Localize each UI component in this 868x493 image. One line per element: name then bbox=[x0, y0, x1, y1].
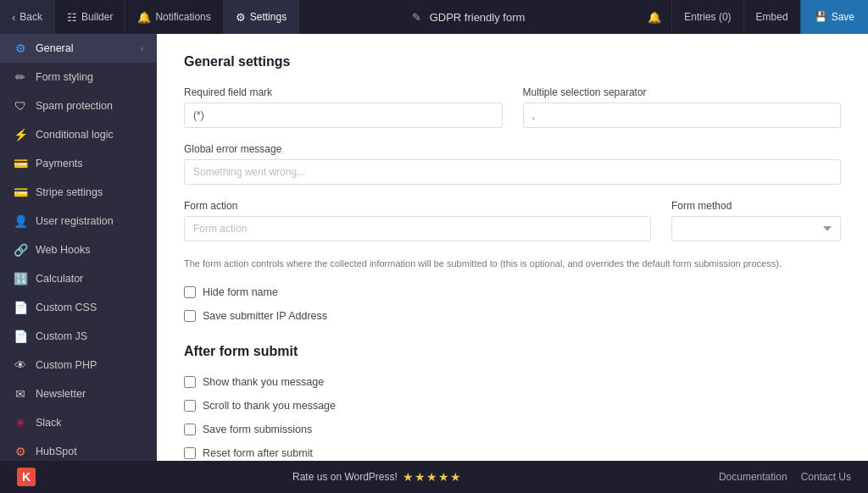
sidebar-item-custom-js[interactable]: 📄 Custom JS bbox=[0, 322, 157, 351]
entries-label: Entries (0) bbox=[684, 11, 731, 23]
global-error-message-input[interactable] bbox=[184, 159, 841, 185]
css-icon: 📄 bbox=[14, 301, 27, 314]
notification-bell-icon[interactable]: 🔔 bbox=[637, 11, 671, 24]
sidebar-item-hubspot[interactable]: ⚙ HubSpot bbox=[0, 437, 157, 461]
star-rating[interactable]: ★★★★★ bbox=[403, 470, 462, 484]
sidebar-label-web-hooks: Web Hooks bbox=[36, 244, 143, 256]
scroll-thankyou-checkbox[interactable] bbox=[184, 400, 196, 412]
php-icon: 👁 bbox=[14, 358, 27, 372]
calculator-icon: 🔢 bbox=[14, 272, 27, 285]
general-settings-title: General settings bbox=[184, 54, 841, 69]
field-row-1: Required field mark Multiple selection s… bbox=[184, 86, 841, 128]
hubspot-icon: ⚙ bbox=[14, 445, 27, 458]
sidebar-item-form-styling[interactable]: ✏ Form styling bbox=[0, 63, 157, 91]
bottom-bar: K Rate us on WordPress! ★★★★★ Documentat… bbox=[0, 461, 868, 493]
sidebar-label-general: General bbox=[36, 42, 132, 54]
sidebar-label-conditional-logic: Conditional logic bbox=[36, 129, 143, 141]
contact-us-link[interactable]: Contact Us bbox=[801, 471, 851, 483]
conditional-logic-icon: ⚡ bbox=[14, 128, 27, 141]
sidebar-item-custom-css[interactable]: 📄 Custom CSS bbox=[0, 293, 157, 322]
sidebar-label-hubspot: HubSpot bbox=[36, 446, 143, 457]
sidebar-item-custom-php[interactable]: 👁 Custom PHP bbox=[0, 351, 157, 379]
sidebar-item-spam-protection[interactable]: 🛡 Spam protection bbox=[0, 91, 157, 120]
back-icon: ‹ bbox=[12, 11, 15, 24]
global-error-message-group: Global error message bbox=[184, 143, 841, 185]
entries-button[interactable]: Entries (0) bbox=[671, 0, 743, 34]
required-field-mark-label: Required field mark bbox=[184, 86, 503, 98]
top-bar-right: 🔔 Entries (0) Embed 💾 Save bbox=[637, 0, 868, 34]
required-field-mark-group: Required field mark bbox=[184, 86, 503, 128]
multiple-selection-separator-group: Multiple selection separator bbox=[523, 86, 842, 128]
sidebar-item-conditional-logic[interactable]: ⚡ Conditional logic bbox=[0, 120, 157, 149]
slack-icon: ✳ bbox=[14, 416, 27, 429]
scroll-thankyou-group: Scroll to thank you message bbox=[184, 400, 841, 412]
bell-icon: 🔔 bbox=[137, 11, 151, 24]
user-icon: 👤 bbox=[14, 214, 27, 228]
top-bar: ‹ Back ☷ Builder 🔔 Notifications ⚙ Setti… bbox=[0, 0, 868, 34]
save-form-submissions-checkbox[interactable] bbox=[184, 424, 196, 435]
spam-protection-icon: 🛡 bbox=[14, 99, 27, 113]
content-area: General settings Required field mark Mul… bbox=[157, 34, 868, 461]
sidebar-item-stripe-settings[interactable]: 💳 Stripe settings bbox=[0, 178, 157, 207]
sidebar-label-form-styling: Form styling bbox=[36, 71, 143, 83]
form-action-input[interactable] bbox=[184, 216, 651, 241]
hide-form-name-checkbox[interactable] bbox=[184, 286, 196, 298]
sidebar-item-payments[interactable]: 💳 Payments bbox=[0, 149, 157, 178]
save-form-submissions-label[interactable]: Save form submissions bbox=[203, 424, 312, 435]
notifications-button[interactable]: 🔔 Notifications bbox=[125, 0, 223, 34]
save-label: Save bbox=[832, 11, 854, 23]
newsletter-icon: ✉ bbox=[14, 387, 27, 401]
chevron-right-icon: › bbox=[141, 44, 143, 53]
back-button[interactable]: ‹ Back bbox=[0, 0, 55, 34]
show-thankyou-label[interactable]: Show thank you message bbox=[203, 376, 324, 388]
save-submitter-ip-checkbox[interactable] bbox=[184, 310, 196, 322]
documentation-link[interactable]: Documentation bbox=[719, 471, 787, 483]
reset-form-group: Reset form after submit bbox=[184, 447, 841, 459]
sidebar-label-stripe: Stripe settings bbox=[36, 186, 143, 198]
show-thankyou-checkbox[interactable] bbox=[184, 376, 196, 388]
field-row-2: Global error message bbox=[184, 143, 841, 185]
sidebar-label-payments: Payments bbox=[36, 158, 143, 169]
sidebar-item-user-registration[interactable]: 👤 User registration bbox=[0, 207, 157, 235]
sidebar-item-general[interactable]: ⚙ General › bbox=[0, 34, 157, 63]
reset-form-label[interactable]: Reset form after submit bbox=[203, 447, 313, 459]
global-error-message-label: Global error message bbox=[184, 143, 841, 155]
multiple-selection-separator-label: Multiple selection separator bbox=[523, 86, 842, 98]
sidebar-item-web-hooks[interactable]: 🔗 Web Hooks bbox=[0, 235, 157, 264]
sidebar-label-custom-css: Custom CSS bbox=[36, 302, 143, 313]
sidebar-label-spam-protection: Spam protection bbox=[36, 100, 143, 112]
form-method-group: Form method GET POST bbox=[671, 200, 841, 241]
form-action-label: Form action bbox=[184, 200, 651, 212]
notifications-label: Notifications bbox=[155, 11, 210, 23]
settings-button[interactable]: ⚙ Settings bbox=[224, 0, 299, 34]
form-action-group: Form action bbox=[184, 200, 651, 241]
sidebar-label-custom-php: Custom PHP bbox=[36, 359, 143, 371]
save-icon: 💾 bbox=[815, 11, 827, 23]
sidebar-label-user-registration: User registration bbox=[36, 215, 143, 227]
embed-button[interactable]: Embed bbox=[743, 0, 800, 34]
sidebar-item-newsletter[interactable]: ✉ Newsletter bbox=[0, 379, 157, 408]
embed-label: Embed bbox=[756, 11, 788, 23]
builder-label: Builder bbox=[81, 11, 113, 23]
general-icon: ⚙ bbox=[14, 42, 27, 55]
bottom-center: Rate us on WordPress! ★★★★★ bbox=[292, 470, 462, 484]
save-button[interactable]: 💾 Save bbox=[800, 0, 868, 34]
required-field-mark-input[interactable] bbox=[184, 102, 503, 128]
sidebar-label-slack: Slack bbox=[36, 417, 143, 429]
builder-button[interactable]: ☷ Builder bbox=[55, 0, 125, 34]
form-title: ✎ GDPR friendly form bbox=[299, 11, 637, 24]
webhook-icon: 🔗 bbox=[14, 243, 27, 257]
payments-icon: 💳 bbox=[14, 157, 27, 170]
top-bar-left: ‹ Back ☷ Builder 🔔 Notifications ⚙ Setti… bbox=[0, 0, 299, 34]
hide-form-name-label[interactable]: Hide form name bbox=[203, 286, 278, 298]
multiple-selection-separator-input[interactable] bbox=[523, 102, 842, 128]
form-styling-icon: ✏ bbox=[14, 70, 27, 84]
sidebar-item-slack[interactable]: ✳ Slack bbox=[0, 408, 157, 437]
bottom-right-links: Documentation Contact Us bbox=[719, 471, 851, 483]
save-submitter-ip-label[interactable]: Save submitter IP Address bbox=[203, 310, 327, 322]
form-method-select[interactable]: GET POST bbox=[671, 216, 841, 241]
sidebar-item-calculator[interactable]: 🔢 Calculator bbox=[0, 264, 157, 293]
after-form-submit-title: After form submit bbox=[184, 344, 841, 359]
reset-form-checkbox[interactable] bbox=[184, 447, 196, 459]
scroll-thankyou-label[interactable]: Scroll to thank you message bbox=[203, 400, 336, 412]
